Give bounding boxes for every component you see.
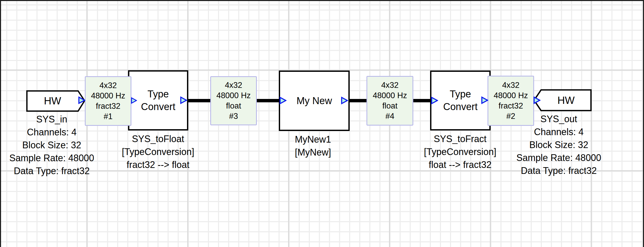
channels-label: Channels: 4 xyxy=(0,126,103,139)
wire-info-box-1[interactable]: 4x32 48000 Hz fract32 #1 xyxy=(85,76,131,126)
sample-rate-label: Sample Rate: 48000 xyxy=(506,151,611,164)
wire-id: #4 xyxy=(385,111,394,121)
wire-type: fract32 xyxy=(499,101,523,111)
canvas-border-top xyxy=(0,0,644,1)
wire-info-box-2[interactable]: 4x32 48000 Hz fract32 #2 xyxy=(488,76,534,126)
wire-type: fract32 xyxy=(96,101,121,111)
wire-rate: 48000 Hz xyxy=(91,91,125,101)
signal-wire[interactable] xyxy=(256,99,282,102)
wire-size: 4x32 xyxy=(381,80,399,90)
my-new-output-port-icon[interactable] xyxy=(341,96,348,105)
wire-rate: 48000 Hz xyxy=(216,90,251,101)
hw-output-title: HW xyxy=(541,90,591,111)
my-new-title: My New xyxy=(286,95,343,107)
wire-id: #1 xyxy=(104,111,113,122)
signal-wire[interactable] xyxy=(188,99,212,102)
type-convert-2-input-port-icon[interactable] xyxy=(431,96,438,105)
type-convert-1-output-port-icon[interactable] xyxy=(180,96,187,104)
data-type-label: Data Type: fract32 xyxy=(0,165,103,177)
sample-rate-label: Sample Rate: 48000 xyxy=(0,152,103,165)
wire-info-box-4[interactable]: 4x32 48000 Hz float #4 xyxy=(366,76,413,126)
wire-size: 4x32 xyxy=(225,80,242,90)
block-name-label: MyNew1 xyxy=(261,133,365,146)
type-convert-2-output-port-icon[interactable] xyxy=(481,96,488,104)
block-name-label: SYS_toFract xyxy=(395,133,525,145)
type-convert-2-labels: SYS_toFract [TypeConversion] float --> f… xyxy=(395,133,525,171)
wire-id: #3 xyxy=(229,111,238,121)
wire-size: 4x32 xyxy=(99,80,117,91)
block-size-label: Block Size: 32 xyxy=(506,138,611,151)
signal-wire[interactable] xyxy=(413,99,432,102)
wire-info-box-3[interactable]: 4x32 48000 Hz float #3 xyxy=(210,76,257,125)
block-class-label: [TypeConversion] xyxy=(93,145,223,158)
wire-size: 4x32 xyxy=(502,80,519,90)
sysout-input-port-icon[interactable] xyxy=(533,96,541,104)
wire-id: #2 xyxy=(506,111,515,121)
my-new-block[interactable]: My New xyxy=(279,71,350,131)
block-class-label: [MyNew] xyxy=(261,146,365,159)
canvas-border-right xyxy=(643,0,644,247)
hw-input-title: HW xyxy=(27,91,78,111)
wire-rate: 48000 Hz xyxy=(373,90,407,101)
conversion-label: fract32 --> float xyxy=(93,158,223,171)
canvas-border-left xyxy=(0,0,1,247)
type-convert-2-title: Type Convert xyxy=(438,88,482,113)
channels-label: Channels: 4 xyxy=(506,126,611,138)
sysin-output-port-icon[interactable] xyxy=(78,96,85,104)
my-new-labels: MyNew1 [MyNew] xyxy=(261,133,365,159)
wire-rate: 48000 Hz xyxy=(494,90,528,101)
schematic-canvas[interactable]: HW Type Convert My New Type Convert HW 4… xyxy=(0,0,644,247)
wire-type: float xyxy=(226,101,241,111)
signal-wire[interactable] xyxy=(349,99,368,102)
block-size-label: Block Size: 32 xyxy=(0,139,103,152)
wire-type: float xyxy=(382,101,398,111)
conversion-label: float --> fract32 xyxy=(395,158,525,171)
block-name-label: SYS_toFloat xyxy=(93,133,223,145)
type-convert-1-title: Type Convert xyxy=(136,88,180,113)
block-class-label: [TypeConversion] xyxy=(395,145,525,158)
type-convert-1-input-port-icon[interactable] xyxy=(131,97,137,104)
data-type-label: Data Type: fract32 xyxy=(506,164,611,177)
type-convert-1-labels: SYS_toFloat [TypeConversion] fract32 -->… xyxy=(93,133,223,171)
my-new-input-port-icon[interactable] xyxy=(279,96,287,105)
